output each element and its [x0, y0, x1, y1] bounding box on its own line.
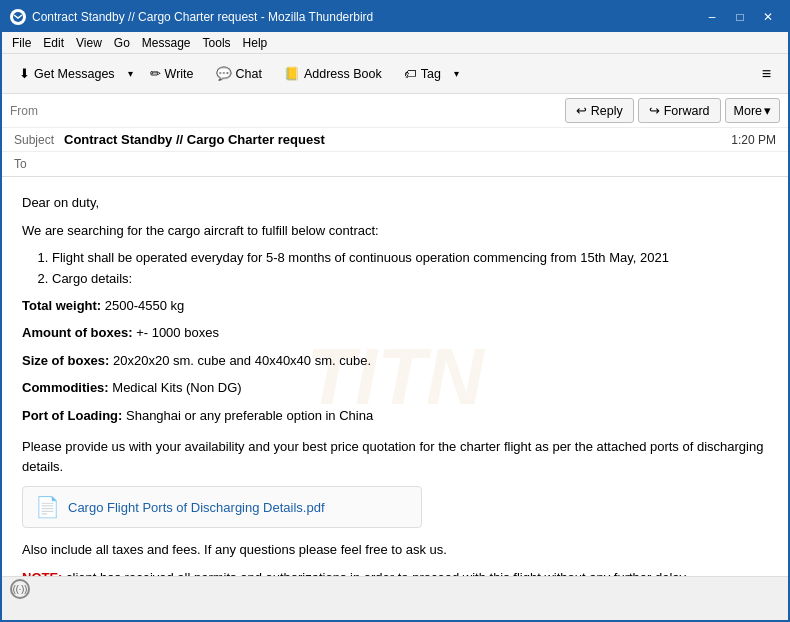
- from-row-left: From: [10, 104, 38, 118]
- reply-button[interactable]: ↩ Reply: [565, 98, 634, 123]
- svg-point-0: [13, 12, 23, 22]
- note-row: NOTE: client has received all permits an…: [22, 568, 768, 576]
- get-messages-label: Get Messages: [34, 67, 115, 81]
- write-icon: ✏: [150, 66, 161, 81]
- detail-commodities: Commodities: Medical Kits (Non DG): [22, 378, 768, 398]
- address-book-label: Address Book: [304, 67, 382, 81]
- write-label: Write: [165, 67, 194, 81]
- intro: We are searching for the cargo aircraft …: [22, 221, 768, 241]
- detail-port: Port of Loading: Shanghai or any prefera…: [22, 406, 768, 426]
- menubar: File Edit View Go Message Tools Help: [2, 32, 788, 54]
- menu-file[interactable]: File: [6, 34, 37, 52]
- forward-button[interactable]: ↪ Forward: [638, 98, 721, 123]
- detail-value-1: 2500-4550 kg: [105, 298, 185, 313]
- pdf-icon: 📄: [35, 495, 60, 519]
- detail-value-5: Shanghai or any preferable option in Chi…: [126, 408, 373, 423]
- menu-edit[interactable]: Edit: [37, 34, 70, 52]
- note-prefix: Also include all taxes and fees. If any …: [22, 540, 768, 560]
- greeting: Dear on duty,: [22, 193, 768, 213]
- tag-label: Tag: [421, 67, 441, 81]
- subject-value: Contract Standby // Cargo Charter reques…: [64, 132, 731, 147]
- to-label: To: [14, 157, 64, 171]
- tag-group: 🏷 Tag ▾: [395, 62, 463, 86]
- detail-label-2: Amount of boxes:: [22, 325, 133, 340]
- tag-button[interactable]: 🏷 Tag: [395, 62, 450, 86]
- request-text: Please provide us with your availability…: [22, 437, 768, 476]
- subject-row: Subject Contract Standby // Cargo Charte…: [2, 128, 788, 152]
- from-label: From: [10, 104, 38, 118]
- attachment-link[interactable]: Cargo Flight Ports of Discharging Detail…: [68, 500, 325, 515]
- more-button[interactable]: More ▾: [725, 98, 780, 123]
- write-button[interactable]: ✏ Write: [141, 61, 203, 86]
- minimize-button[interactable]: –: [700, 7, 724, 27]
- get-messages-group: ⬇ Get Messages ▾: [10, 61, 137, 86]
- hamburger-menu-button[interactable]: ≡: [753, 60, 780, 88]
- reply-label: Reply: [591, 104, 623, 118]
- message-header-section: From ↩ Reply ↪ Forward More ▾ Subject: [2, 94, 788, 177]
- maximize-button[interactable]: □: [728, 7, 752, 27]
- note-label: NOTE:: [22, 570, 62, 576]
- window-controls: – □ ✕: [700, 7, 780, 27]
- connection-label: ((·)): [13, 584, 28, 594]
- detail-label-3: Size of boxes:: [22, 353, 109, 368]
- address-book-icon: 📒: [284, 66, 300, 81]
- main-area: From ↩ Reply ↪ Forward More ▾ Subject: [2, 94, 788, 600]
- detail-value-3: 20x20x20 sm. cube and 40x40x40 sm. cube.: [113, 353, 371, 368]
- connection-icon: ((·)): [10, 579, 30, 599]
- list-item: Cargo details:: [52, 269, 768, 290]
- chat-label: Chat: [236, 67, 262, 81]
- email-body: TITN Dear on duty, We are searching for …: [2, 177, 788, 576]
- more-dropdown-icon: ▾: [764, 103, 771, 118]
- menu-go[interactable]: Go: [108, 34, 136, 52]
- attachment-box[interactable]: 📄 Cargo Flight Ports of Discharging Deta…: [22, 486, 422, 528]
- to-row: To: [2, 152, 788, 176]
- detail-amount-boxes: Amount of boxes: +- 1000 boxes: [22, 323, 768, 343]
- tag-dropdown[interactable]: ▾: [450, 63, 463, 84]
- detail-label-4: Commodities:: [22, 380, 109, 395]
- detail-label-1: Total weight:: [22, 298, 101, 313]
- detail-total-weight: Total weight: 2500-4550 kg: [22, 296, 768, 316]
- detail-value-4: Medical Kits (Non DG): [112, 380, 241, 395]
- detail-size-boxes: Size of boxes: 20x20x20 sm. cube and 40x…: [22, 351, 768, 371]
- chat-button[interactable]: 💬 Chat: [207, 61, 271, 86]
- window-title: Contract Standby // Cargo Charter reques…: [32, 10, 373, 24]
- get-messages-button[interactable]: ⬇ Get Messages: [10, 61, 124, 86]
- menu-message[interactable]: Message: [136, 34, 197, 52]
- tag-icon: 🏷: [404, 67, 417, 81]
- app-icon: [10, 9, 26, 25]
- subject-label: Subject: [14, 133, 64, 147]
- chat-icon: 💬: [216, 66, 232, 81]
- titlebar-left: Contract Standby // Cargo Charter reques…: [10, 9, 373, 25]
- detail-value-2: +- 1000 boxes: [136, 325, 219, 340]
- forward-label: Forward: [664, 104, 710, 118]
- action-buttons: ↩ Reply ↪ Forward More ▾: [565, 98, 780, 123]
- message-time: 1:20 PM: [731, 133, 776, 147]
- menu-help[interactable]: Help: [237, 34, 274, 52]
- list-item: Flight shall be operated everyday for 5-…: [52, 248, 768, 269]
- statusbar: ((·)): [2, 576, 788, 600]
- titlebar: Contract Standby // Cargo Charter reques…: [2, 2, 788, 32]
- reply-icon: ↩: [576, 103, 587, 118]
- menu-tools[interactable]: Tools: [197, 34, 237, 52]
- get-messages-icon: ⬇: [19, 66, 30, 81]
- forward-icon: ↪: [649, 103, 660, 118]
- toolbar: ⬇ Get Messages ▾ ✏ Write 💬 Chat 📒 Addres…: [2, 54, 788, 94]
- more-label: More: [734, 104, 762, 118]
- menu-view[interactable]: View: [70, 34, 108, 52]
- note-text: client has received all permits and auth…: [66, 570, 689, 576]
- close-button[interactable]: ✕: [756, 7, 780, 27]
- detail-label-5: Port of Loading:: [22, 408, 122, 423]
- email-list: Flight shall be operated everyday for 5-…: [52, 248, 768, 290]
- get-messages-dropdown[interactable]: ▾: [124, 63, 137, 84]
- address-book-button[interactable]: 📒 Address Book: [275, 61, 391, 86]
